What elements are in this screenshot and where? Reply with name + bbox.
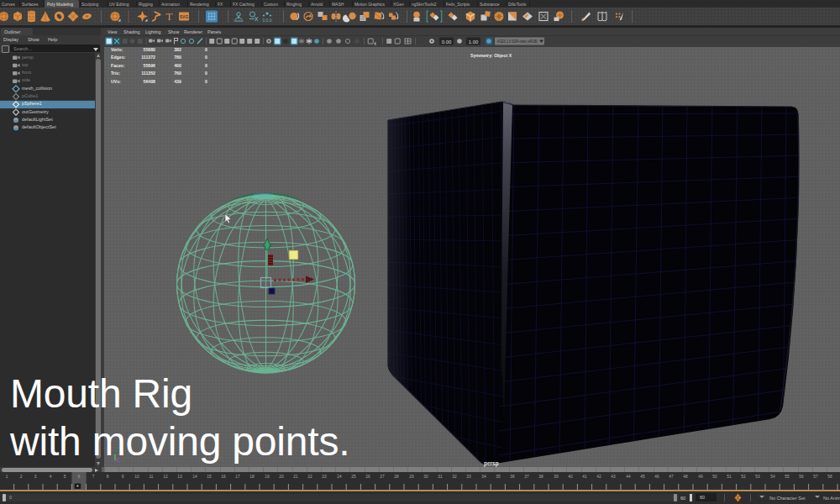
svg-text:0.0.0: 0.0.0 <box>262 18 271 23</box>
svg-text:persp: persp <box>484 460 499 467</box>
svg-text:0.00: 0.00 <box>442 39 452 45</box>
svg-text:T: T <box>166 10 173 23</box>
svg-text:1.00: 1.00 <box>469 39 479 45</box>
svg-text:ACES 1.0 SDR-video (sRGB): ACES 1.0 SDR-video (sRGB) <box>497 39 538 44</box>
svg-text:SVG: SVG <box>180 14 189 19</box>
